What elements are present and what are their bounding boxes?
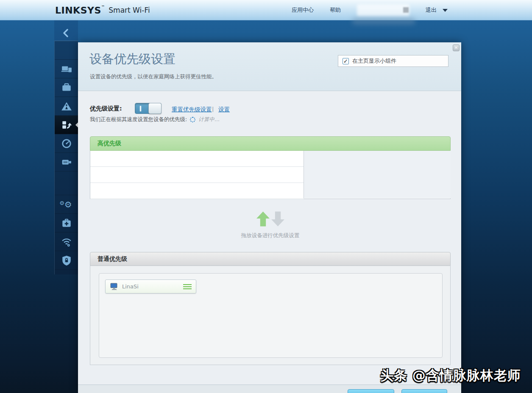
chevron-down-icon[interactable] bbox=[443, 9, 448, 12]
computer-icon bbox=[110, 283, 118, 291]
account-blur-shadow bbox=[352, 18, 415, 25]
spinner-icon bbox=[190, 117, 195, 122]
normal-priority-list[interactable]: LinaSi bbox=[99, 273, 443, 358]
high-priority-slot[interactable] bbox=[90, 183, 304, 199]
normal-priority-title: 普通优先级 bbox=[97, 255, 127, 263]
sidebar-item-speed-test[interactable] bbox=[55, 134, 78, 153]
page-title: 设备优先级设置 bbox=[89, 51, 175, 68]
top-bar: LINKSYS™ Smart Wi-Fi 应用中心 帮助 退出 bbox=[0, 0, 532, 20]
sidebar-item-devices[interactable] bbox=[55, 60, 78, 78]
high-priority-header: 高优先级 bbox=[90, 136, 451, 151]
sidebar: ⚙⚙ bbox=[54, 20, 78, 274]
status-text: 我们正在根据其速度设置您设备的优先级: bbox=[90, 116, 187, 123]
usb-storage-icon bbox=[61, 157, 72, 168]
first-aid-kit-icon bbox=[61, 218, 72, 229]
page: LINKSYS™ Smart Wi-Fi 应用中心 帮助 退出 bbox=[0, 0, 532, 393]
wifi-gear-icon bbox=[61, 236, 72, 247]
sidebar-item-troubleshooting[interactable] bbox=[55, 214, 78, 232]
high-priority-side-area bbox=[304, 151, 451, 198]
brand-logo: LINKSYS™ Smart Wi-Fi bbox=[55, 0, 150, 20]
nav-app-center[interactable]: 应用中心 bbox=[292, 6, 314, 14]
page-subtitle: 设置设备的优先级，以便在家庭网络上获得更佳性能。 bbox=[90, 73, 217, 80]
high-priority-slot[interactable] bbox=[90, 151, 304, 167]
ok-button[interactable] bbox=[348, 389, 394, 393]
device-card-linasi[interactable]: LinaSi bbox=[105, 280, 196, 293]
gears-icon: ⚙⚙ bbox=[61, 200, 72, 209]
nav-help[interactable]: 帮助 bbox=[330, 6, 341, 14]
sidebar-item-parental-controls[interactable] bbox=[55, 97, 78, 116]
normal-priority-header: 普通优先级 bbox=[90, 252, 451, 266]
high-priority-title: 高优先级 bbox=[97, 140, 121, 147]
media-prioritization-panel: 设备优先级设置 设置设备的优先级，以便在家庭网络上获得更佳性能。 ✓ 在主页显示… bbox=[78, 42, 461, 393]
toggle-knob[interactable] bbox=[148, 103, 162, 114]
blur-blob bbox=[357, 4, 409, 16]
show-widget-label: 在主页显示小组件 bbox=[352, 57, 396, 65]
device-name: LinaSi bbox=[122, 283, 179, 290]
close-icon[interactable]: ✕ bbox=[453, 44, 460, 51]
product-name: Smart Wi-Fi bbox=[109, 6, 150, 14]
priority-settings-label: 优先级设置: bbox=[90, 105, 122, 113]
priority-toggle[interactable] bbox=[135, 103, 162, 114]
watermark-text: 头条 @含情脉脉林老师 bbox=[380, 367, 521, 385]
media-prioritization-icon bbox=[61, 119, 72, 130]
toggle-on-mark bbox=[140, 106, 141, 111]
sidebar-collapse-button[interactable] bbox=[54, 25, 78, 41]
sidebar-spacer bbox=[55, 172, 78, 195]
sidebar-spacer bbox=[55, 41, 78, 60]
settings-link[interactable]: 设置 bbox=[218, 106, 230, 113]
sidebar-item-external-storage[interactable] bbox=[55, 153, 78, 172]
panel-header: 设备优先级设置 设置设备的优先级，以便在家庭网络上获得更佳性能。 ✓ 在主页显示… bbox=[78, 42, 461, 91]
devices-icon bbox=[61, 64, 72, 75]
calculating-text: 计算中... bbox=[198, 116, 219, 123]
high-priority-section: 高优先级 bbox=[90, 136, 451, 199]
sidebar-item-media-prioritization[interactable] bbox=[55, 116, 78, 134]
arrow-down-icon bbox=[270, 211, 285, 229]
account-name-blurred[interactable] bbox=[357, 4, 409, 16]
top-nav: 应用中心 帮助 退出 bbox=[292, 0, 448, 20]
normal-priority-section: 普通优先级 LinaSi bbox=[90, 252, 451, 365]
drag-arrows bbox=[90, 211, 451, 229]
show-widget-checkbox[interactable]: ✓ bbox=[343, 58, 349, 64]
blur-square bbox=[403, 7, 409, 13]
linksys-logo: LINKSYS™ bbox=[55, 5, 105, 16]
speedometer-icon bbox=[61, 138, 72, 149]
show-widget-option[interactable]: ✓ 在主页显示小组件 bbox=[338, 55, 448, 67]
reset-priority-link[interactable]: 重置优先级设置 bbox=[172, 106, 212, 113]
nav-logout[interactable]: 退出 bbox=[426, 6, 437, 14]
briefcase-icon bbox=[61, 82, 72, 93]
logout-menu[interactable]: 退出 bbox=[426, 6, 448, 14]
normal-priority-content: LinaSi bbox=[90, 266, 451, 365]
chevron-left-icon bbox=[61, 28, 71, 38]
link-separator: | bbox=[212, 106, 214, 112]
arrow-up-icon bbox=[256, 211, 270, 229]
trademark: ™ bbox=[101, 5, 105, 9]
sidebar-item-security[interactable] bbox=[55, 251, 78, 270]
high-priority-dropzone[interactable] bbox=[90, 151, 451, 199]
drag-hint-text: 拖放设备进行优先级设置 bbox=[90, 232, 451, 239]
warning-triangle-icon bbox=[61, 101, 72, 112]
sidebar-item-connectivity[interactable]: ⚙⚙ bbox=[55, 195, 78, 214]
drag-handle-icon[interactable] bbox=[183, 284, 192, 289]
sidebar-item-guest-access[interactable] bbox=[55, 78, 78, 97]
sidebar-menu: ⚙⚙ bbox=[54, 41, 78, 274]
status-row: 我们正在根据其速度设置您设备的优先级: 计算中... bbox=[90, 116, 220, 123]
high-priority-slot[interactable] bbox=[90, 167, 304, 183]
cancel-button[interactable] bbox=[401, 389, 447, 393]
shield-lock-icon bbox=[61, 255, 72, 266]
sidebar-item-wireless[interactable] bbox=[55, 232, 78, 251]
panel-footer bbox=[78, 385, 461, 393]
